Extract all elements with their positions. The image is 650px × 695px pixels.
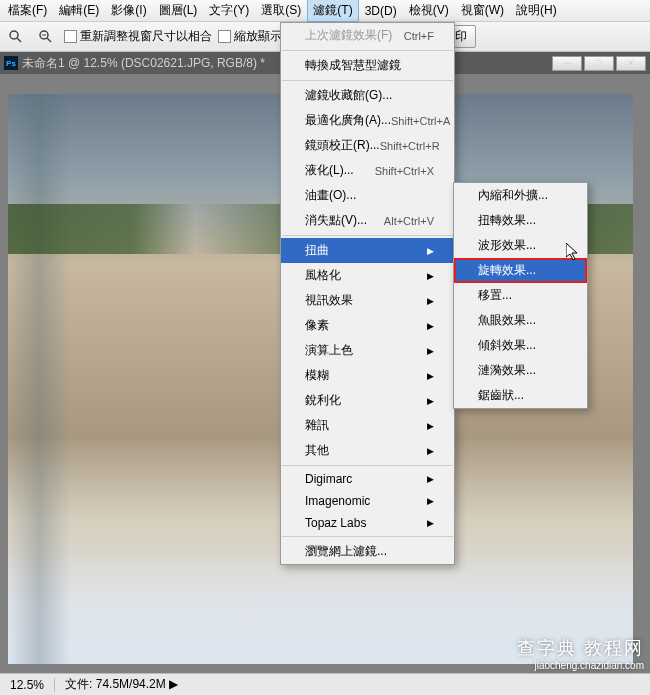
distort-submenu-item[interactable]: 傾斜效果... [454, 333, 587, 358]
scrubby-zoom-checkbox[interactable]: 縮放顯示 [218, 28, 282, 45]
menu-file[interactable]: 檔案(F) [2, 0, 53, 22]
distort-submenu-item[interactable]: 移置... [454, 283, 587, 308]
filter-menu-item[interactable]: 上次濾鏡效果(F)Ctrl+F [281, 23, 454, 48]
distort-submenu-item[interactable]: 漣漪效果... [454, 358, 587, 383]
menu-select[interactable]: 選取(S) [255, 0, 307, 22]
filter-menu-item[interactable]: 液化(L)...Shift+Ctrl+X [281, 158, 454, 183]
menu-3d[interactable]: 3D(D) [359, 1, 403, 21]
filter-menu-item[interactable]: 最適化廣角(A)...Shift+Ctrl+A [281, 108, 454, 133]
filter-menu-item[interactable]: 演算上色▶ [281, 338, 454, 363]
filter-menu-item[interactable]: 鏡頭校正(R)...Shift+Ctrl+R [281, 133, 454, 158]
filter-menu-item[interactable]: 模糊▶ [281, 363, 454, 388]
filter-menu-item[interactable]: 扭曲▶ [281, 238, 454, 263]
filter-menu-item[interactable]: 瀏覽網上濾鏡... [281, 539, 454, 564]
document-title: 未命名1 @ 12.5% (DSC02621.JPG, RGB/8) * [22, 55, 265, 72]
menu-view[interactable]: 檢視(V) [403, 0, 455, 22]
filter-menu-item[interactable]: 像素▶ [281, 313, 454, 338]
resize-windows-checkbox[interactable]: 重新調整視窗尺寸以相合 [64, 28, 212, 45]
distort-submenu-item[interactable]: 內縮和外擴... [454, 183, 587, 208]
distort-submenu-item[interactable]: 扭轉效果... [454, 208, 587, 233]
menu-window[interactable]: 視窗(W) [455, 0, 510, 22]
zoom-out-icon[interactable] [34, 25, 58, 49]
maximize-button[interactable]: □ [584, 56, 614, 71]
distort-submenu-item[interactable]: 鋸齒狀... [454, 383, 587, 408]
distort-submenu-item[interactable]: 旋轉效果... [454, 258, 587, 283]
filter-menu-item[interactable]: 消失點(V)...Alt+Ctrl+V [281, 208, 454, 233]
menu-filter[interactable]: 濾鏡(T) [307, 0, 358, 22]
close-button[interactable]: ✕ [616, 56, 646, 71]
filter-menu-item[interactable]: 銳利化▶ [281, 388, 454, 413]
menu-image[interactable]: 影像(I) [105, 0, 152, 22]
svg-line-1 [17, 38, 21, 42]
filter-menu-item[interactable]: Digimarc▶ [281, 468, 454, 490]
menu-layer[interactable]: 圖層(L) [153, 0, 204, 22]
distort-submenu-item[interactable]: 波形效果... [454, 233, 587, 258]
status-bar: 12.5% 文件: 74.5M/94.2M ▶ [0, 673, 650, 695]
filter-menu-item[interactable]: Imagenomic▶ [281, 490, 454, 512]
filter-menu-item[interactable]: 風格化▶ [281, 263, 454, 288]
ps-icon: Ps [4, 56, 18, 70]
menu-type[interactable]: 文字(Y) [203, 0, 255, 22]
filter-menu-item[interactable]: 雜訊▶ [281, 413, 454, 438]
filter-menu-item[interactable]: 油畫(O)... [281, 183, 454, 208]
filter-menu-item[interactable]: 濾鏡收藏館(G)... [281, 83, 454, 108]
file-info[interactable]: 文件: 74.5M/94.2M ▶ [55, 676, 188, 693]
distort-submenu-item[interactable]: 魚眼效果... [454, 308, 587, 333]
distort-submenu: 內縮和外擴...扭轉效果...波形效果...旋轉效果...移置...魚眼效果..… [453, 182, 588, 409]
svg-point-0 [10, 31, 18, 39]
watermark: 查字典 教程网 jiaocheng.chazidian.com [517, 636, 644, 671]
filter-menu-item[interactable]: 其他▶ [281, 438, 454, 463]
filter-menu-item[interactable]: 轉換成智慧型濾鏡 [281, 53, 454, 78]
filter-menu-dropdown: 上次濾鏡效果(F)Ctrl+F轉換成智慧型濾鏡濾鏡收藏館(G)...最適化廣角(… [280, 22, 455, 565]
zoom-level[interactable]: 12.5% [0, 678, 55, 692]
filter-menu-item[interactable]: Topaz Labs▶ [281, 512, 454, 534]
document-tab[interactable]: Ps 未命名1 @ 12.5% (DSC02621.JPG, RGB/8) * [4, 55, 265, 72]
chevron-right-icon: ▶ [169, 677, 178, 691]
svg-line-4 [47, 38, 51, 42]
minimize-button[interactable]: — [552, 56, 582, 71]
menu-help[interactable]: 說明(H) [510, 0, 563, 22]
menubar: 檔案(F) 編輯(E) 影像(I) 圖層(L) 文字(Y) 選取(S) 濾鏡(T… [0, 0, 650, 22]
zoom-tool-icon[interactable] [4, 25, 28, 49]
filter-menu-item[interactable]: 視訊效果▶ [281, 288, 454, 313]
menu-edit[interactable]: 編輯(E) [53, 0, 105, 22]
